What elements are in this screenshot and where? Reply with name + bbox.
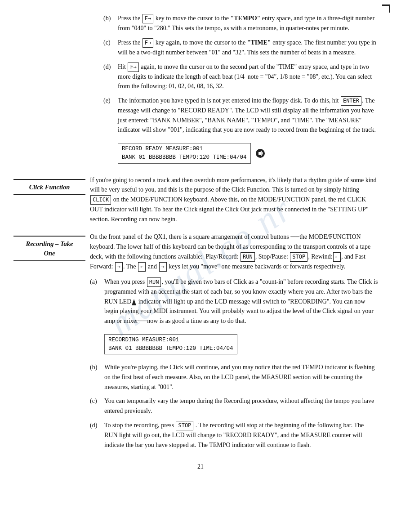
recording-item-d: (d) To stop the recording, press STOP . … [90,420,379,450]
para-text-c: Press the F→ key again, to move the curs… [118,38,379,58]
recording-item-c: (c) You can temporarily vary the tempo d… [90,396,379,416]
para-label-e: (e) [103,96,118,135]
click-function-section: Click Function If you're going to record… [0,175,401,224]
click-function-content: If you're going to record a track and th… [90,175,401,224]
para-label-rb: (b) [90,362,104,392]
key-stop-d: STOP [176,421,193,430]
para-text-b: Press the F→ key to move the cursor to t… [118,13,379,33]
intro-item-e: (e) The information you have typed in is… [103,96,379,135]
para-label-ra: (a) [90,277,104,326]
lcd2-row2: BANK 01 BBBBBBBB TEMPO:120 TIME:04/04 [108,344,233,353]
run-led-icon [132,299,136,305]
lcd-display-1: RECORD READY MEASURE:001 BANK 01 BBBBBBB… [118,143,251,164]
key-right: → [159,262,167,272]
para-label-rd: (d) [90,420,104,450]
lcd1-row1: RECORD READY MEASURE:001 [122,145,247,153]
para-text-d: Hit F→ again, to move the cursor on to t… [118,62,379,91]
recording-item-b: (b) While you're playing, the Click will… [90,362,379,392]
page: manual.co.nr (b) Press the F→ key to mov… [0,0,401,532]
key-run-a: RUN [147,277,161,287]
rec-divider-bottom [13,260,85,261]
para-label-rc: (c) [90,396,104,416]
lcd2-row1: RECORDING MEASURE:001 [108,336,233,344]
key-ffwd: → [115,262,123,272]
key-stop-intro: STOP [290,252,307,262]
key-enter: ENTER [341,96,361,106]
recording-label-col: Recording – TakeOne [0,232,90,454]
recording-label: Recording – TakeOne [13,239,85,258]
para-text-ra: When you press RUN, you'll be given two … [104,277,379,326]
corner-mark [382,4,392,14]
speaker-icon [255,148,265,158]
key-left: ← [138,262,146,272]
intro-item-d: (d) Hit F→ again, to move the cursor on … [103,62,379,91]
key-f-right-2: F→ [143,38,153,48]
para-label-d: (d) [103,62,118,91]
key-click: CLICK [90,195,111,205]
para-label-b: (b) [103,13,118,33]
top-intro-section: (b) Press the F→ key to move the cursor … [0,13,401,167]
recording-take-one-section: Recording – TakeOne On the front panel o… [0,232,401,454]
lcd-display-2-wrapper: RECORDING MEASURE:001 BANK 01 BBBBBBBB T… [104,331,379,358]
para-text-rd: To stop the recording, press STOP . The … [104,420,379,450]
para-label-c: (c) [103,38,118,58]
intro-item-c: (c) Press the F→ key again, to move the … [103,38,379,58]
lcd1-row2: BANK 01 BBBBBBBB TEMPO:120 TIME:04/04 [122,153,247,162]
page-number: 21 [0,463,401,470]
lcd-display-1-wrapper: RECORD READY MEASURE:001 BANK 01 BBBBBBB… [118,139,379,167]
key-f-right-1: F→ [143,14,153,23]
key-run-intro: RUN [241,252,255,262]
click-function-text: If you're going to record a track and th… [90,175,379,224]
click-divider-top [13,179,85,180]
svg-marker-2 [132,299,136,305]
click-function-label: Click Function [13,183,85,192]
click-function-label-col: Click Function [0,175,90,224]
para-text-e: The information you have typed in is not… [118,96,379,135]
lcd-display-2: RECORDING MEASURE:001 BANK 01 BBBBBBBB T… [104,334,237,355]
key-rewind: ← [333,252,341,262]
click-divider-bottom [13,194,85,195]
para-text-rc: You can temporarily vary the tempo durin… [104,396,379,416]
recording-content: On the front panel of the QX1, there is … [90,232,401,454]
rec-divider-top [13,236,85,237]
recording-item-a: (a) When you press RUN, you'll be given … [90,277,379,326]
para-text-rb: While you're playing, the Click will con… [104,362,379,392]
key-f-right-3: F→ [128,63,138,72]
intro-item-b: (b) Press the F→ key to move the cursor … [103,13,379,33]
recording-intro-text: On the front panel of the QX1, there is … [90,232,379,272]
